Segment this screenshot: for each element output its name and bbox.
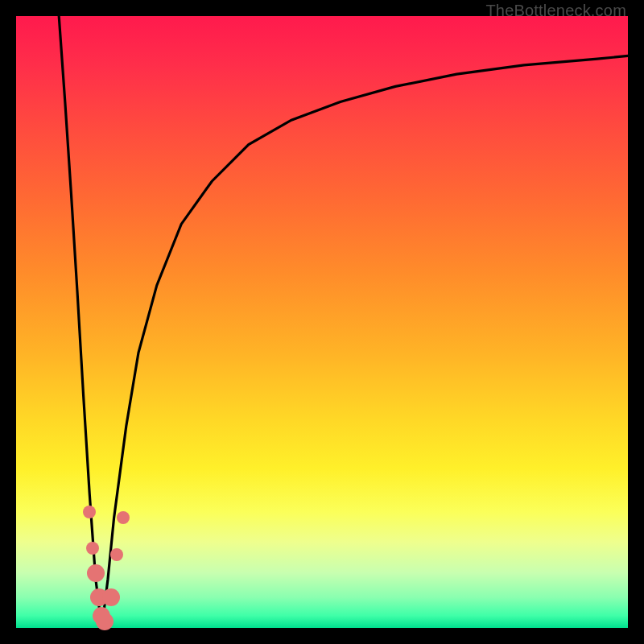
plot-area xyxy=(16,16,628,628)
data-point xyxy=(86,542,99,555)
chart-frame: TheBottleneck.com xyxy=(0,0,644,644)
data-point xyxy=(117,511,130,524)
data-point xyxy=(96,613,114,630)
data-point xyxy=(83,506,96,518)
curve-right-branch xyxy=(101,56,628,628)
data-point xyxy=(87,564,105,582)
data-point xyxy=(110,548,123,561)
curve-layer xyxy=(16,16,628,628)
data-point xyxy=(102,588,120,606)
curve-left-branch xyxy=(59,16,101,628)
